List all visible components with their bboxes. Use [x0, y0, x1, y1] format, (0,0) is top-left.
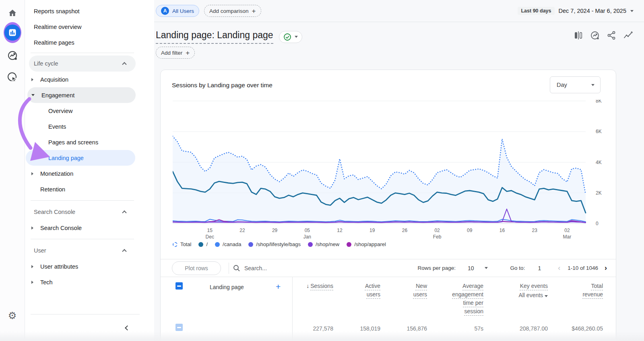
plot-rows-button[interactable]: Plot rows [172, 261, 221, 275]
collapse-sidebar-button[interactable] [126, 326, 129, 330]
section-header-search-console[interactable]: Search Console [25, 204, 154, 220]
sidebar-item-reports-snapshot[interactable]: Reports snapshot [25, 3, 154, 19]
section-header-user[interactable]: User [25, 242, 154, 259]
chart-legend: Total / /canada /shop/lifestyle/bags /sh… [173, 241, 386, 247]
share-icon[interactable] [607, 31, 616, 40]
section-header-life-cycle[interactable]: Life cycle [29, 55, 136, 72]
advertising-icon[interactable] [4, 68, 21, 86]
data-quality-badge[interactable] [279, 31, 302, 43]
add-filter-button[interactable]: Add filter + [156, 47, 195, 59]
svg-text:Jan: Jan [303, 234, 311, 240]
sidebar-item-overview[interactable]: Overview [25, 103, 154, 119]
sessions-time-series-chart[interactable]: 02K4K6K8K15Dec222905Jan12192602Feb091623… [173, 100, 604, 241]
page-title[interactable]: Landing page: Landing page [156, 30, 273, 44]
explore-icon[interactable] [4, 47, 21, 65]
chevron-up-icon [122, 62, 126, 66]
date-range-preset-badge: Last 90 days [518, 7, 554, 15]
settings-gear-icon[interactable]: ⚙ [4, 307, 21, 325]
add-dimension-icon[interactable]: + [276, 282, 281, 292]
legend-label: /shop/apparel [354, 241, 386, 247]
chevron-down-icon[interactable] [630, 10, 634, 12]
svg-text:6K: 6K [596, 129, 602, 134]
svg-text:16: 16 [500, 228, 505, 233]
column-active-users[interactable]: Active users [333, 282, 380, 316]
goto-label: Go to: [510, 265, 525, 271]
divider [31, 200, 134, 201]
total-avg-engagement: 57s [427, 325, 483, 332]
sidebar-item-label: Search Console [40, 225, 82, 231]
sidebar-item-engagement[interactable]: Engagement [27, 87, 136, 103]
sidebar-item-realtime-overview[interactable]: Realtime overview [25, 19, 154, 35]
legend-label: /shop/new [316, 241, 339, 247]
chevron-down-icon[interactable] [485, 267, 488, 269]
legend-swatch [198, 242, 203, 247]
divider [31, 53, 134, 53]
chevron-left-icon [125, 325, 130, 331]
caret-collapsed-icon [31, 265, 33, 268]
reports-icon-selected[interactable] [4, 24, 21, 41]
sidebar-item-tech[interactable]: Tech [25, 274, 154, 290]
explore-report-icon[interactable] [590, 31, 600, 40]
add-comparison-label: Add comparison [209, 8, 249, 14]
granularity-select[interactable]: Day [550, 76, 601, 93]
home-icon[interactable] [4, 4, 21, 22]
edit-comparisons-icon[interactable] [574, 31, 583, 40]
search-placeholder: Search... [244, 265, 267, 271]
next-page-icon[interactable]: › [605, 264, 607, 272]
check-circle-icon [283, 33, 291, 41]
plus-icon: + [186, 49, 190, 56]
sidebar-item-label: User attributes [40, 263, 78, 270]
add-filter-label: Add filter [161, 50, 182, 56]
chevron-up-icon [122, 249, 126, 253]
legend-swatch-dotted [173, 242, 178, 247]
svg-text:15: 15 [207, 228, 213, 233]
sidebar-item-retention[interactable]: Retention [25, 181, 154, 197]
sidebar-item-monetization[interactable]: Monetization [25, 166, 154, 181]
app-rail: ⚙ [0, 0, 25, 341]
sidebar-item-search-console[interactable]: Search Console [25, 220, 154, 236]
all-users-chip[interactable]: A All Users [156, 5, 199, 17]
sidebar-item-realtime-pages[interactable]: Realtime pages [25, 35, 154, 50]
plus-icon: + [252, 8, 256, 14]
caret-collapsed-icon [31, 281, 33, 284]
insights-icon[interactable] [623, 31, 634, 40]
column-total-revenue[interactable]: Total revenue [548, 282, 603, 316]
select-all-checkbox[interactable] [175, 282, 183, 290]
sidebar-item-events[interactable]: Events [25, 119, 154, 134]
sidebar-item-landing-page-active[interactable]: Landing page [26, 150, 135, 166]
rows-per-page-value[interactable]: 10 [468, 265, 474, 271]
all-users-label: All Users [172, 8, 194, 14]
add-comparison-button[interactable]: Add comparison + [204, 5, 261, 17]
legend-label: /shop/lifestyle/bags [256, 241, 301, 247]
goto-page-input[interactable]: 1 [538, 265, 541, 271]
table-search[interactable]: Search... [233, 265, 267, 272]
prev-page-icon[interactable]: ‹ [558, 264, 560, 272]
column-avg-engagement-time[interactable]: Average engagement time per session [427, 282, 483, 316]
svg-text:2K: 2K [596, 190, 602, 196]
divider [31, 314, 140, 314]
column-key-events[interactable]: Key events All events [483, 282, 548, 316]
svg-text:0: 0 [596, 221, 599, 226]
key-events-filter[interactable]: All events [483, 291, 548, 300]
sidebar-item-pages-and-screens[interactable]: Pages and screens [25, 134, 154, 150]
date-range-text[interactable]: Dec 7, 2024 - Mar 6, 2025 [559, 8, 626, 14]
row-checkbox[interactable] [175, 324, 183, 331]
svg-text:4K: 4K [596, 160, 602, 165]
svg-text:02: 02 [434, 228, 440, 233]
report-nav-sidebar: Reports snapshot Realtime overview Realt… [25, 0, 154, 341]
svg-text:05: 05 [305, 228, 310, 233]
sidebar-item-acquisition[interactable]: Acquisition [25, 72, 154, 87]
legend-label: Total [180, 241, 191, 247]
svg-text:26: 26 [402, 228, 408, 233]
total-sessions: 227,578 [292, 325, 333, 332]
column-landing-page[interactable]: Landing page [210, 284, 244, 290]
total-active-users: 158,019 [333, 325, 380, 332]
legend-item-bags: /shop/lifestyle/bags [248, 241, 301, 247]
sidebar-item-label: Reports snapshot [34, 8, 80, 14]
svg-text:Dec: Dec [206, 234, 214, 240]
sidebar-item-user-attributes[interactable]: User attributes [25, 259, 154, 274]
svg-text:23: 23 [532, 228, 538, 233]
legend-item-canada: /canada [215, 241, 241, 247]
column-sessions[interactable]: ↓Sessions [292, 282, 333, 316]
column-new-users[interactable]: New users [380, 282, 427, 316]
